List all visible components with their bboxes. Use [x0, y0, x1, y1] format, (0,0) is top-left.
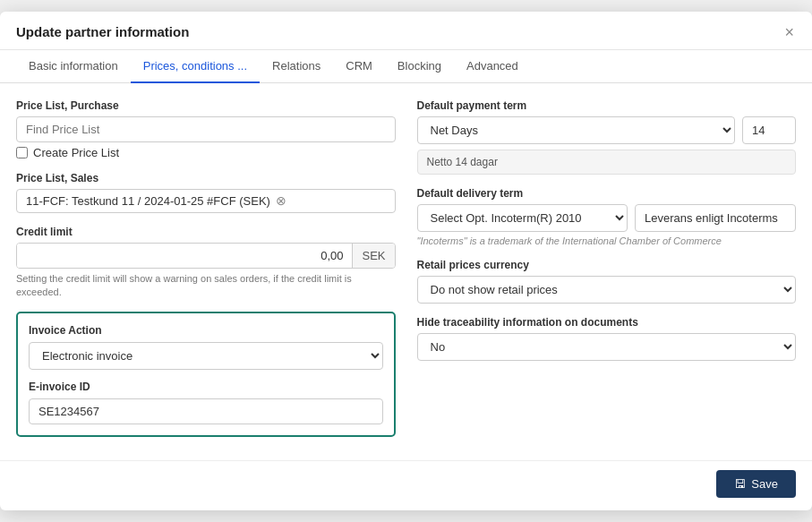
invoice-action-label: Invoice Action: [29, 324, 383, 337]
credit-limit-currency: SEK: [352, 244, 394, 268]
save-label: Save: [751, 477, 778, 491]
payment-term-select[interactable]: Net Days: [417, 116, 736, 144]
tab-prices[interactable]: Prices, conditions ...: [131, 50, 260, 83]
update-partner-dialog: Update partner information × Basic infor…: [0, 12, 812, 511]
create-price-list-row: Create Price List: [16, 146, 396, 159]
hide-traceability-select[interactable]: No: [417, 333, 797, 361]
save-button[interactable]: 🖫 Save: [716, 470, 796, 498]
credit-limit-note: Setting the credit limit will show a war…: [16, 272, 396, 300]
invoice-action-select[interactable]: Electronic invoice: [29, 342, 383, 370]
price-list-purchase-label: Price List, Purchase: [16, 99, 396, 112]
price-list-sales-value: 11-FCF: Testkund 11 / 2024-01-25 #FCF (S…: [26, 194, 270, 208]
retail-prices-group: Retail prices currency Do not show retai…: [417, 259, 797, 304]
payment-term-row: Net Days: [417, 116, 797, 144]
delivery-term-note: "Incoterms" is a trademark of the Intern…: [417, 235, 797, 246]
tab-basic[interactable]: Basic information: [16, 50, 131, 83]
hide-traceability-label: Hide traceability information on documen…: [417, 316, 797, 329]
delivery-term-input[interactable]: [635, 204, 796, 232]
create-price-list-label: Create Price List: [33, 146, 119, 159]
dialog-header: Update partner information ×: [0, 12, 812, 50]
left-column: Price List, Purchase Create Price List P…: [16, 99, 396, 450]
price-list-sales-remove[interactable]: ⊗: [276, 194, 286, 207]
tab-crm[interactable]: CRM: [333, 50, 385, 83]
dialog-footer: 🖫 Save: [0, 460, 812, 510]
price-list-purchase-input[interactable]: [16, 116, 396, 142]
payment-term-note: Netto 14 dagar: [417, 150, 797, 175]
close-button[interactable]: ×: [782, 24, 796, 40]
right-column: Default payment term Net Days Netto 14 d…: [417, 99, 797, 450]
main-columns: Price List, Purchase Create Price List P…: [16, 99, 796, 450]
tab-relations[interactable]: Relations: [260, 50, 333, 83]
payment-term-label: Default payment term: [417, 99, 797, 112]
retail-prices-select[interactable]: Do not show retail prices: [417, 276, 797, 304]
payment-term-days[interactable]: [742, 116, 796, 144]
einvoice-id-group: E-invoice ID: [29, 381, 383, 424]
payment-term-group: Default payment term Net Days Netto 14 d…: [417, 99, 797, 175]
save-icon: 🖫: [734, 477, 746, 491]
create-price-list-checkbox[interactable]: [16, 147, 28, 158]
price-list-sales-group: Price List, Sales 11-FCF: Testkund 11 / …: [16, 172, 396, 213]
retail-prices-label: Retail prices currency: [417, 259, 797, 271]
tab-blocking[interactable]: Blocking: [385, 50, 454, 83]
price-list-purchase-group: Price List, Purchase Create Price List: [16, 99, 396, 159]
tab-bar: Basic information Prices, conditions ...…: [0, 50, 812, 83]
dialog-body: Price List, Purchase Create Price List P…: [0, 83, 812, 461]
delivery-term-select[interactable]: Select Opt. Incoterm(R) 2010: [417, 204, 628, 232]
einvoice-id-label: E-invoice ID: [29, 381, 383, 393]
delivery-term-row: Select Opt. Incoterm(R) 2010: [417, 204, 797, 232]
credit-limit-row: SEK: [16, 243, 396, 269]
dialog-title: Update partner information: [16, 24, 189, 39]
tab-advanced[interactable]: Advanced: [454, 50, 531, 83]
delivery-term-group: Default delivery term Select Opt. Incote…: [417, 187, 797, 246]
credit-limit-label: Credit limit: [16, 226, 396, 238]
invoice-action-box: Invoice Action Electronic invoice E-invo…: [16, 312, 396, 437]
price-list-sales-label: Price List, Sales: [16, 172, 396, 184]
delivery-term-label: Default delivery term: [417, 187, 797, 200]
hide-traceability-group: Hide traceability information on documen…: [417, 316, 797, 361]
einvoice-id-input[interactable]: [29, 398, 383, 424]
credit-limit-group: Credit limit SEK Setting the credit limi…: [16, 226, 396, 300]
credit-limit-input[interactable]: [17, 244, 352, 268]
price-list-sales-tag: 11-FCF: Testkund 11 / 2024-01-25 #FCF (S…: [16, 189, 396, 213]
